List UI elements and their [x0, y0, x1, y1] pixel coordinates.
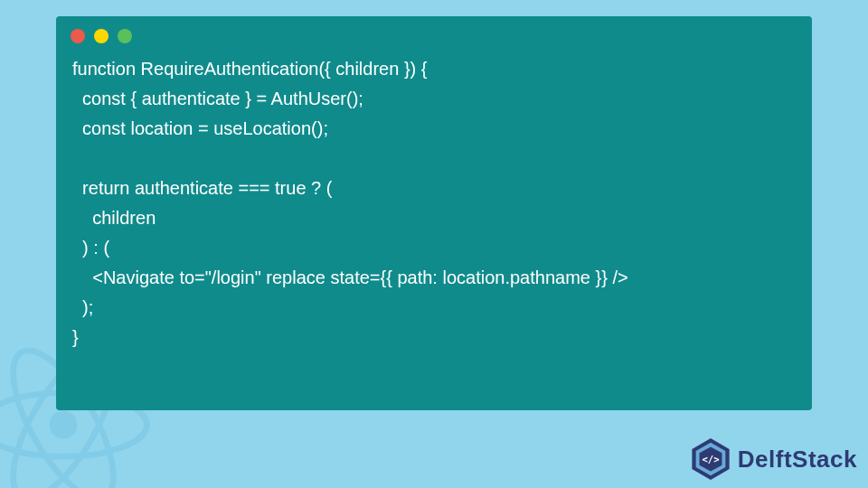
svg-text:</>: </> [702, 454, 719, 465]
brand-name: DelftStack [738, 446, 857, 474]
window-minimize-icon [94, 29, 108, 43]
brand-badge-icon: </> [689, 437, 732, 481]
brand-logo: </> DelftStack [689, 437, 857, 481]
window-controls [56, 16, 812, 51]
window-close-icon [71, 29, 85, 43]
window-maximize-icon [118, 29, 132, 43]
code-block: function RequireAuthentication({ childre… [56, 51, 812, 369]
code-window: function RequireAuthentication({ childre… [56, 16, 812, 410]
svg-point-3 [50, 411, 78, 439]
